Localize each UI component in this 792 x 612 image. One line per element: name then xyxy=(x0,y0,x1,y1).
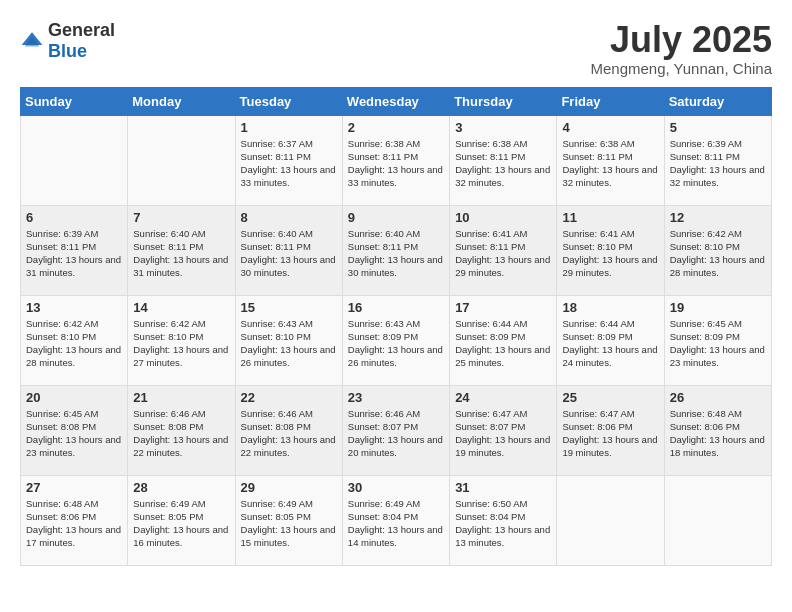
month-year-title: July 2025 xyxy=(590,20,772,60)
calendar-cell: 12Sunrise: 6:42 AMSunset: 8:10 PMDayligh… xyxy=(664,205,771,295)
day-number: 21 xyxy=(133,390,229,405)
day-number: 13 xyxy=(26,300,122,315)
day-number: 9 xyxy=(348,210,444,225)
day-number: 31 xyxy=(455,480,551,495)
day-info: Sunrise: 6:42 AMSunset: 8:10 PMDaylight:… xyxy=(670,227,766,280)
day-info: Sunrise: 6:43 AMSunset: 8:09 PMDaylight:… xyxy=(348,317,444,370)
calendar-week-row: 6Sunrise: 6:39 AMSunset: 8:11 PMDaylight… xyxy=(21,205,772,295)
day-number: 26 xyxy=(670,390,766,405)
calendar-cell: 15Sunrise: 6:43 AMSunset: 8:10 PMDayligh… xyxy=(235,295,342,385)
calendar-cell: 9Sunrise: 6:40 AMSunset: 8:11 PMDaylight… xyxy=(342,205,449,295)
day-info: Sunrise: 6:50 AMSunset: 8:04 PMDaylight:… xyxy=(455,497,551,550)
calendar-cell: 14Sunrise: 6:42 AMSunset: 8:10 PMDayligh… xyxy=(128,295,235,385)
day-number: 10 xyxy=(455,210,551,225)
calendar-cell: 13Sunrise: 6:42 AMSunset: 8:10 PMDayligh… xyxy=(21,295,128,385)
day-number: 2 xyxy=(348,120,444,135)
day-number: 16 xyxy=(348,300,444,315)
day-info: Sunrise: 6:46 AMSunset: 8:07 PMDaylight:… xyxy=(348,407,444,460)
calendar-cell: 2Sunrise: 6:38 AMSunset: 8:11 PMDaylight… xyxy=(342,115,449,205)
calendar-cell: 16Sunrise: 6:43 AMSunset: 8:09 PMDayligh… xyxy=(342,295,449,385)
calendar-cell: 7Sunrise: 6:40 AMSunset: 8:11 PMDaylight… xyxy=(128,205,235,295)
logo: General Blue xyxy=(20,20,115,62)
location-subtitle: Mengmeng, Yunnan, China xyxy=(590,60,772,77)
calendar-cell: 19Sunrise: 6:45 AMSunset: 8:09 PMDayligh… xyxy=(664,295,771,385)
calendar-cell: 10Sunrise: 6:41 AMSunset: 8:11 PMDayligh… xyxy=(450,205,557,295)
calendar-cell xyxy=(21,115,128,205)
calendar-cell: 22Sunrise: 6:46 AMSunset: 8:08 PMDayligh… xyxy=(235,385,342,475)
day-number: 14 xyxy=(133,300,229,315)
day-info: Sunrise: 6:44 AMSunset: 8:09 PMDaylight:… xyxy=(455,317,551,370)
calendar-week-row: 20Sunrise: 6:45 AMSunset: 8:08 PMDayligh… xyxy=(21,385,772,475)
col-header-thursday: Thursday xyxy=(450,87,557,115)
col-header-wednesday: Wednesday xyxy=(342,87,449,115)
day-info: Sunrise: 6:38 AMSunset: 8:11 PMDaylight:… xyxy=(348,137,444,190)
col-header-monday: Monday xyxy=(128,87,235,115)
logo-icon xyxy=(20,29,44,53)
day-number: 11 xyxy=(562,210,658,225)
col-header-tuesday: Tuesday xyxy=(235,87,342,115)
day-info: Sunrise: 6:44 AMSunset: 8:09 PMDaylight:… xyxy=(562,317,658,370)
day-number: 8 xyxy=(241,210,337,225)
day-info: Sunrise: 6:45 AMSunset: 8:08 PMDaylight:… xyxy=(26,407,122,460)
day-number: 6 xyxy=(26,210,122,225)
day-number: 18 xyxy=(562,300,658,315)
day-info: Sunrise: 6:49 AMSunset: 8:05 PMDaylight:… xyxy=(241,497,337,550)
day-info: Sunrise: 6:47 AMSunset: 8:07 PMDaylight:… xyxy=(455,407,551,460)
col-header-sunday: Sunday xyxy=(21,87,128,115)
day-info: Sunrise: 6:39 AMSunset: 8:11 PMDaylight:… xyxy=(670,137,766,190)
day-info: Sunrise: 6:37 AMSunset: 8:11 PMDaylight:… xyxy=(241,137,337,190)
day-info: Sunrise: 6:42 AMSunset: 8:10 PMDaylight:… xyxy=(26,317,122,370)
day-number: 22 xyxy=(241,390,337,405)
calendar-cell: 18Sunrise: 6:44 AMSunset: 8:09 PMDayligh… xyxy=(557,295,664,385)
day-info: Sunrise: 6:40 AMSunset: 8:11 PMDaylight:… xyxy=(348,227,444,280)
calendar-cell: 23Sunrise: 6:46 AMSunset: 8:07 PMDayligh… xyxy=(342,385,449,475)
calendar-cell: 29Sunrise: 6:49 AMSunset: 8:05 PMDayligh… xyxy=(235,475,342,565)
calendar-cell: 25Sunrise: 6:47 AMSunset: 8:06 PMDayligh… xyxy=(557,385,664,475)
calendar-cell xyxy=(557,475,664,565)
day-info: Sunrise: 6:49 AMSunset: 8:04 PMDaylight:… xyxy=(348,497,444,550)
day-number: 28 xyxy=(133,480,229,495)
day-number: 3 xyxy=(455,120,551,135)
day-info: Sunrise: 6:41 AMSunset: 8:10 PMDaylight:… xyxy=(562,227,658,280)
day-info: Sunrise: 6:38 AMSunset: 8:11 PMDaylight:… xyxy=(455,137,551,190)
calendar-cell: 26Sunrise: 6:48 AMSunset: 8:06 PMDayligh… xyxy=(664,385,771,475)
logo-text: General Blue xyxy=(48,20,115,62)
day-number: 29 xyxy=(241,480,337,495)
calendar-header-row: SundayMondayTuesdayWednesdayThursdayFrid… xyxy=(21,87,772,115)
col-header-friday: Friday xyxy=(557,87,664,115)
day-number: 4 xyxy=(562,120,658,135)
calendar-cell: 17Sunrise: 6:44 AMSunset: 8:09 PMDayligh… xyxy=(450,295,557,385)
day-info: Sunrise: 6:40 AMSunset: 8:11 PMDaylight:… xyxy=(133,227,229,280)
day-number: 19 xyxy=(670,300,766,315)
day-info: Sunrise: 6:39 AMSunset: 8:11 PMDaylight:… xyxy=(26,227,122,280)
calendar-cell xyxy=(664,475,771,565)
calendar-cell: 8Sunrise: 6:40 AMSunset: 8:11 PMDaylight… xyxy=(235,205,342,295)
day-number: 17 xyxy=(455,300,551,315)
calendar-cell: 20Sunrise: 6:45 AMSunset: 8:08 PMDayligh… xyxy=(21,385,128,475)
calendar-cell: 6Sunrise: 6:39 AMSunset: 8:11 PMDaylight… xyxy=(21,205,128,295)
calendar-cell: 5Sunrise: 6:39 AMSunset: 8:11 PMDaylight… xyxy=(664,115,771,205)
calendar-table: SundayMondayTuesdayWednesdayThursdayFrid… xyxy=(20,87,772,566)
day-info: Sunrise: 6:47 AMSunset: 8:06 PMDaylight:… xyxy=(562,407,658,460)
calendar-cell: 28Sunrise: 6:49 AMSunset: 8:05 PMDayligh… xyxy=(128,475,235,565)
day-info: Sunrise: 6:40 AMSunset: 8:11 PMDaylight:… xyxy=(241,227,337,280)
day-info: Sunrise: 6:46 AMSunset: 8:08 PMDaylight:… xyxy=(133,407,229,460)
page-header: General Blue July 2025 Mengmeng, Yunnan,… xyxy=(20,20,772,77)
day-number: 5 xyxy=(670,120,766,135)
col-header-saturday: Saturday xyxy=(664,87,771,115)
calendar-cell: 24Sunrise: 6:47 AMSunset: 8:07 PMDayligh… xyxy=(450,385,557,475)
day-info: Sunrise: 6:38 AMSunset: 8:11 PMDaylight:… xyxy=(562,137,658,190)
day-info: Sunrise: 6:48 AMSunset: 8:06 PMDaylight:… xyxy=(670,407,766,460)
calendar-week-row: 13Sunrise: 6:42 AMSunset: 8:10 PMDayligh… xyxy=(21,295,772,385)
calendar-cell: 21Sunrise: 6:46 AMSunset: 8:08 PMDayligh… xyxy=(128,385,235,475)
calendar-cell: 11Sunrise: 6:41 AMSunset: 8:10 PMDayligh… xyxy=(557,205,664,295)
day-info: Sunrise: 6:42 AMSunset: 8:10 PMDaylight:… xyxy=(133,317,229,370)
calendar-cell: 1Sunrise: 6:37 AMSunset: 8:11 PMDaylight… xyxy=(235,115,342,205)
calendar-cell: 31Sunrise: 6:50 AMSunset: 8:04 PMDayligh… xyxy=(450,475,557,565)
day-number: 1 xyxy=(241,120,337,135)
calendar-cell: 30Sunrise: 6:49 AMSunset: 8:04 PMDayligh… xyxy=(342,475,449,565)
day-number: 20 xyxy=(26,390,122,405)
day-info: Sunrise: 6:46 AMSunset: 8:08 PMDaylight:… xyxy=(241,407,337,460)
day-number: 23 xyxy=(348,390,444,405)
day-info: Sunrise: 6:43 AMSunset: 8:10 PMDaylight:… xyxy=(241,317,337,370)
